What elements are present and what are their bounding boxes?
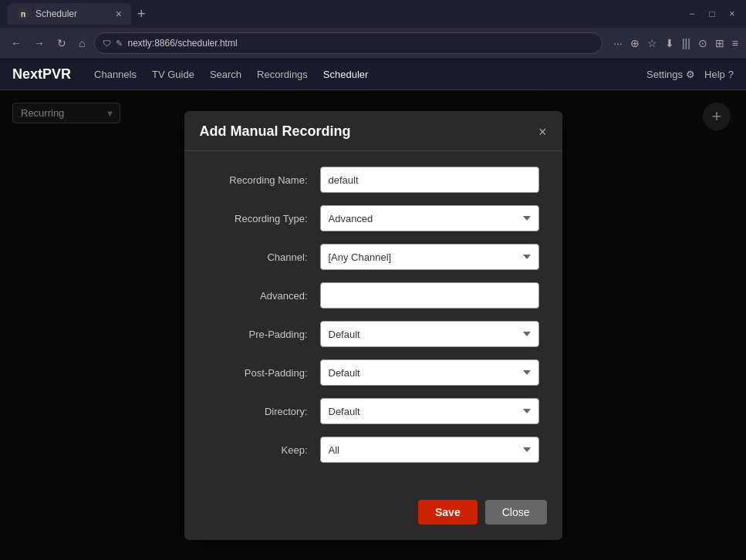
modal-close-button[interactable]: × xyxy=(538,125,547,139)
modal-title: Add Manual Recording xyxy=(200,123,351,140)
address-url[interactable]: nextly:8866/scheduler.html xyxy=(127,38,594,49)
save-button[interactable]: Save xyxy=(418,500,478,525)
menu-icon[interactable]: ≡ xyxy=(732,37,738,49)
tab-title: Scheduler xyxy=(35,8,110,19)
recording-type-wrapper: One-Time Advanced Recurring xyxy=(320,205,539,231)
close-button[interactable]: Close xyxy=(485,500,547,525)
recording-type-row: Recording Type: One-Time Advanced Recurr… xyxy=(208,205,539,231)
minimize-button[interactable]: − xyxy=(686,8,698,20)
pre-padding-label: Pre-Padding: xyxy=(208,329,308,340)
modal-footer: Save Close xyxy=(184,491,562,540)
app-nav: Channels TV Guide Search Recordings Sche… xyxy=(94,69,368,80)
browser-toolbar-icons: ··· ⊕ ☆ ⬇ ||| ⊙ ⊞ ≡ xyxy=(613,37,738,49)
app-bar-right: Settings ⚙ Help ? xyxy=(646,69,734,80)
maximize-button[interactable]: □ xyxy=(706,8,718,20)
pre-padding-select[interactable]: Default None 1 min 2 mins 5 mins xyxy=(320,321,539,347)
edit-icon: ✎ xyxy=(116,39,123,49)
advanced-label: Advanced: xyxy=(208,290,308,302)
nav-channels[interactable]: Channels xyxy=(94,69,137,80)
keep-row: Keep: All 1 2 3 5 10 xyxy=(208,437,539,463)
new-tab-button[interactable]: + xyxy=(137,6,146,22)
bookmark-icon: ⊕ xyxy=(630,37,640,49)
address-bar[interactable]: 🛡 ✎ nextly:8866/scheduler.html xyxy=(94,32,603,54)
browser-tab[interactable]: n Scheduler × xyxy=(8,3,131,25)
main-content: Recurring ▼ + Add Manual Recording × Rec… xyxy=(0,90,746,560)
recording-name-row: Recording Name: xyxy=(208,167,539,193)
keep-wrapper: All 1 2 3 5 10 xyxy=(320,437,539,463)
modal-overlay: Add Manual Recording × Recording Name: R… xyxy=(0,90,746,560)
settings-link[interactable]: Settings ⚙ xyxy=(646,69,695,80)
keep-select[interactable]: All 1 2 3 5 10 xyxy=(320,437,539,463)
app-navbar: NextPVR Channels TV Guide Search Recordi… xyxy=(0,59,746,90)
library-icon[interactable]: ||| xyxy=(682,37,690,49)
recording-name-label: Recording Name: xyxy=(208,174,308,186)
nav-recordings[interactable]: Recordings xyxy=(257,69,308,80)
app-logo: NextPVR xyxy=(12,66,71,83)
recording-name-input[interactable] xyxy=(320,167,539,193)
channel-select[interactable]: [Any Channel] xyxy=(320,244,539,270)
recording-type-label: Recording Type: xyxy=(208,213,308,224)
browser-title-bar: n Scheduler × + − □ × xyxy=(0,0,746,28)
more-button[interactable]: ··· xyxy=(613,37,623,49)
sync-icon[interactable]: ⊙ xyxy=(698,37,707,49)
nav-tv-guide[interactable]: TV Guide xyxy=(152,69,194,80)
shield-icon: 🛡 xyxy=(103,39,111,48)
pre-padding-wrapper: Default None 1 min 2 mins 5 mins xyxy=(320,321,539,347)
grid-icon[interactable]: ⊞ xyxy=(715,37,724,49)
refresh-button[interactable]: ↻ xyxy=(54,35,69,51)
directory-label: Directory: xyxy=(208,406,308,417)
post-padding-select[interactable]: Default None 1 min 2 mins 5 mins xyxy=(320,359,539,386)
tab-favicon: n xyxy=(17,8,29,20)
modal-header: Add Manual Recording × xyxy=(184,111,562,151)
browser-toolbar: ← → ↻ ⌂ 🛡 ✎ nextly:8866/scheduler.html ·… xyxy=(0,28,746,59)
keep-label: Keep: xyxy=(208,444,308,456)
advanced-row: Advanced: xyxy=(208,282,539,309)
post-padding-wrapper: Default None 1 min 2 mins 5 mins xyxy=(320,359,539,386)
post-padding-row: Post-Padding: Default None 1 min 2 mins … xyxy=(208,359,539,386)
help-link[interactable]: Help ? xyxy=(704,69,734,80)
add-manual-recording-modal: Add Manual Recording × Recording Name: R… xyxy=(184,111,562,540)
forward-button[interactable]: → xyxy=(31,35,48,51)
directory-select[interactable]: Default xyxy=(320,398,539,424)
directory-wrapper: Default xyxy=(320,398,539,424)
channel-row: Channel: [Any Channel] xyxy=(208,244,539,270)
nav-search[interactable]: Search xyxy=(210,69,241,80)
channel-wrapper: [Any Channel] xyxy=(320,244,539,270)
post-padding-label: Post-Padding: xyxy=(208,367,308,379)
close-window-button[interactable]: × xyxy=(726,8,738,20)
download-icon[interactable]: ⬇ xyxy=(665,37,674,49)
pre-padding-row: Pre-Padding: Default None 1 min 2 mins 5… xyxy=(208,321,539,347)
nav-scheduler[interactable]: Scheduler xyxy=(323,69,369,80)
home-button[interactable]: ⌂ xyxy=(76,35,88,51)
star-icon[interactable]: ☆ xyxy=(647,37,657,49)
back-button[interactable]: ← xyxy=(8,35,25,51)
tab-close-icon[interactable]: × xyxy=(116,8,122,20)
window-controls: − □ × xyxy=(686,8,738,20)
recording-type-select[interactable]: One-Time Advanced Recurring xyxy=(320,205,539,231)
modal-body: Recording Name: Recording Type: One-Time… xyxy=(184,151,562,491)
channel-label: Channel: xyxy=(208,251,308,263)
directory-row: Directory: Default xyxy=(208,398,539,424)
advanced-input[interactable] xyxy=(320,282,539,309)
